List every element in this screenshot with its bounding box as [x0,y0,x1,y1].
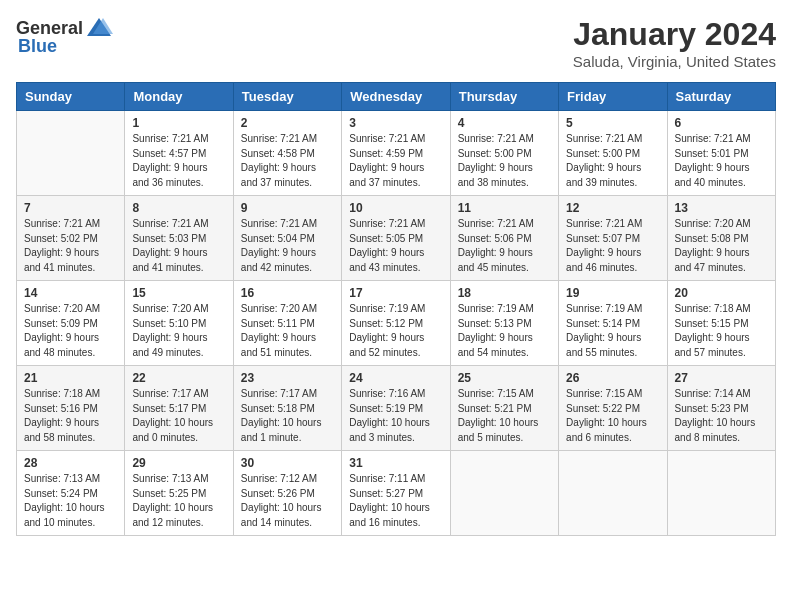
day-number: 30 [241,456,334,470]
day-number: 24 [349,371,442,385]
day-info: Sunrise: 7:21 AMSunset: 5:07 PMDaylight:… [566,217,659,275]
day-info: Sunrise: 7:15 AMSunset: 5:21 PMDaylight:… [458,387,551,445]
day-info: Sunrise: 7:12 AMSunset: 5:26 PMDaylight:… [241,472,334,530]
calendar-week-1: 1Sunrise: 7:21 AMSunset: 4:57 PMDaylight… [17,111,776,196]
weekday-header-thursday: Thursday [450,83,558,111]
calendar-cell: 24Sunrise: 7:16 AMSunset: 5:19 PMDayligh… [342,366,450,451]
day-number: 22 [132,371,225,385]
day-number: 6 [675,116,768,130]
calendar-cell: 23Sunrise: 7:17 AMSunset: 5:18 PMDayligh… [233,366,341,451]
day-number: 20 [675,286,768,300]
day-info: Sunrise: 7:21 AMSunset: 4:57 PMDaylight:… [132,132,225,190]
day-info: Sunrise: 7:20 AMSunset: 5:08 PMDaylight:… [675,217,768,275]
calendar-cell [559,451,667,536]
day-info: Sunrise: 7:19 AMSunset: 5:14 PMDaylight:… [566,302,659,360]
day-info: Sunrise: 7:20 AMSunset: 5:11 PMDaylight:… [241,302,334,360]
calendar-cell: 7Sunrise: 7:21 AMSunset: 5:02 PMDaylight… [17,196,125,281]
calendar-week-5: 28Sunrise: 7:13 AMSunset: 5:24 PMDayligh… [17,451,776,536]
calendar-cell: 18Sunrise: 7:19 AMSunset: 5:13 PMDayligh… [450,281,558,366]
calendar-cell: 29Sunrise: 7:13 AMSunset: 5:25 PMDayligh… [125,451,233,536]
day-number: 12 [566,201,659,215]
calendar-week-3: 14Sunrise: 7:20 AMSunset: 5:09 PMDayligh… [17,281,776,366]
calendar-cell: 30Sunrise: 7:12 AMSunset: 5:26 PMDayligh… [233,451,341,536]
day-number: 14 [24,286,117,300]
day-number: 17 [349,286,442,300]
calendar-cell: 10Sunrise: 7:21 AMSunset: 5:05 PMDayligh… [342,196,450,281]
calendar-cell: 6Sunrise: 7:21 AMSunset: 5:01 PMDaylight… [667,111,775,196]
day-number: 26 [566,371,659,385]
day-number: 19 [566,286,659,300]
day-info: Sunrise: 7:21 AMSunset: 5:05 PMDaylight:… [349,217,442,275]
day-info: Sunrise: 7:13 AMSunset: 5:25 PMDaylight:… [132,472,225,530]
day-info: Sunrise: 7:21 AMSunset: 5:02 PMDaylight:… [24,217,117,275]
day-number: 2 [241,116,334,130]
day-number: 4 [458,116,551,130]
day-number: 23 [241,371,334,385]
calendar-cell [667,451,775,536]
weekday-header-sunday: Sunday [17,83,125,111]
day-info: Sunrise: 7:20 AMSunset: 5:09 PMDaylight:… [24,302,117,360]
weekday-header-friday: Friday [559,83,667,111]
calendar-cell: 28Sunrise: 7:13 AMSunset: 5:24 PMDayligh… [17,451,125,536]
calendar-cell: 14Sunrise: 7:20 AMSunset: 5:09 PMDayligh… [17,281,125,366]
calendar-cell: 2Sunrise: 7:21 AMSunset: 4:58 PMDaylight… [233,111,341,196]
day-info: Sunrise: 7:16 AMSunset: 5:19 PMDaylight:… [349,387,442,445]
calendar-cell [450,451,558,536]
day-info: Sunrise: 7:19 AMSunset: 5:12 PMDaylight:… [349,302,442,360]
calendar-cell: 22Sunrise: 7:17 AMSunset: 5:17 PMDayligh… [125,366,233,451]
day-info: Sunrise: 7:21 AMSunset: 4:59 PMDaylight:… [349,132,442,190]
weekday-header-saturday: Saturday [667,83,775,111]
day-info: Sunrise: 7:21 AMSunset: 5:04 PMDaylight:… [241,217,334,275]
calendar-cell: 25Sunrise: 7:15 AMSunset: 5:21 PMDayligh… [450,366,558,451]
day-info: Sunrise: 7:11 AMSunset: 5:27 PMDaylight:… [349,472,442,530]
calendar-cell: 19Sunrise: 7:19 AMSunset: 5:14 PMDayligh… [559,281,667,366]
calendar-cell: 20Sunrise: 7:18 AMSunset: 5:15 PMDayligh… [667,281,775,366]
calendar-cell: 1Sunrise: 7:21 AMSunset: 4:57 PMDaylight… [125,111,233,196]
calendar-cell: 17Sunrise: 7:19 AMSunset: 5:12 PMDayligh… [342,281,450,366]
day-info: Sunrise: 7:18 AMSunset: 5:15 PMDaylight:… [675,302,768,360]
weekday-header-tuesday: Tuesday [233,83,341,111]
day-info: Sunrise: 7:21 AMSunset: 5:00 PMDaylight:… [566,132,659,190]
day-number: 18 [458,286,551,300]
calendar-cell: 16Sunrise: 7:20 AMSunset: 5:11 PMDayligh… [233,281,341,366]
day-number: 15 [132,286,225,300]
weekday-header-row: SundayMondayTuesdayWednesdayThursdayFrid… [17,83,776,111]
day-info: Sunrise: 7:21 AMSunset: 5:06 PMDaylight:… [458,217,551,275]
day-number: 9 [241,201,334,215]
day-number: 8 [132,201,225,215]
day-number: 16 [241,286,334,300]
calendar-cell: 27Sunrise: 7:14 AMSunset: 5:23 PMDayligh… [667,366,775,451]
day-number: 7 [24,201,117,215]
day-number: 28 [24,456,117,470]
calendar-cell: 26Sunrise: 7:15 AMSunset: 5:22 PMDayligh… [559,366,667,451]
calendar-cell: 5Sunrise: 7:21 AMSunset: 5:00 PMDaylight… [559,111,667,196]
day-number: 31 [349,456,442,470]
day-number: 11 [458,201,551,215]
calendar-cell: 3Sunrise: 7:21 AMSunset: 4:59 PMDaylight… [342,111,450,196]
day-number: 10 [349,201,442,215]
calendar-cell: 31Sunrise: 7:11 AMSunset: 5:27 PMDayligh… [342,451,450,536]
day-number: 27 [675,371,768,385]
calendar-cell: 4Sunrise: 7:21 AMSunset: 5:00 PMDaylight… [450,111,558,196]
calendar-cell: 9Sunrise: 7:21 AMSunset: 5:04 PMDaylight… [233,196,341,281]
calendar-cell [17,111,125,196]
logo-icon [85,16,113,40]
logo-blue: Blue [18,36,57,57]
day-number: 3 [349,116,442,130]
day-info: Sunrise: 7:20 AMSunset: 5:10 PMDaylight:… [132,302,225,360]
weekday-header-wednesday: Wednesday [342,83,450,111]
day-info: Sunrise: 7:19 AMSunset: 5:13 PMDaylight:… [458,302,551,360]
day-info: Sunrise: 7:21 AMSunset: 4:58 PMDaylight:… [241,132,334,190]
title-area: January 2024 Saluda, Virginia, United St… [573,16,776,70]
calendar-cell: 11Sunrise: 7:21 AMSunset: 5:06 PMDayligh… [450,196,558,281]
day-number: 29 [132,456,225,470]
day-number: 21 [24,371,117,385]
calendar-cell: 12Sunrise: 7:21 AMSunset: 5:07 PMDayligh… [559,196,667,281]
day-number: 13 [675,201,768,215]
day-number: 1 [132,116,225,130]
calendar-cell: 15Sunrise: 7:20 AMSunset: 5:10 PMDayligh… [125,281,233,366]
day-number: 25 [458,371,551,385]
day-info: Sunrise: 7:17 AMSunset: 5:17 PMDaylight:… [132,387,225,445]
calendar-cell: 13Sunrise: 7:20 AMSunset: 5:08 PMDayligh… [667,196,775,281]
day-info: Sunrise: 7:14 AMSunset: 5:23 PMDaylight:… [675,387,768,445]
